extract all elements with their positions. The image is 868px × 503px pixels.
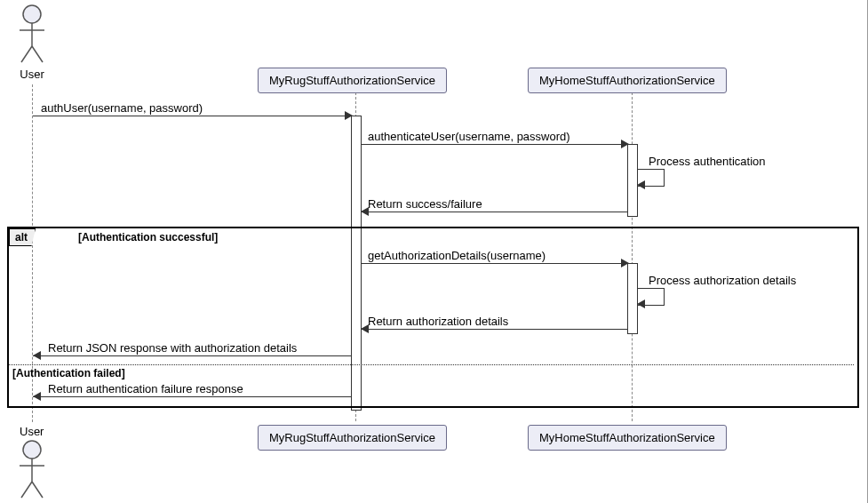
msg-process-authz-label: Process authorization details: [649, 274, 796, 287]
msg-return-sf-arrow: [361, 212, 627, 212]
msg-return-authz-arrow: [361, 329, 627, 330]
msg-authuser-arrow: [33, 116, 351, 116]
arrow-head-icon: [33, 392, 41, 401]
msg-authuser-label: authUser(username, password): [41, 101, 203, 115]
arrow-head-icon: [361, 207, 369, 216]
participant-rug-top: MyRugStuffAuthorizationService: [258, 68, 447, 93]
actor-user-top-label: User: [14, 68, 50, 81]
svg-point-0: [23, 5, 41, 23]
svg-line-3: [21, 46, 32, 62]
msg-authenticateuser-label: authenticateUser(username, password): [368, 130, 570, 143]
arrow-head-icon: [345, 111, 353, 120]
arrow-head-icon: [621, 259, 629, 267]
alt-operator-label: alt: [9, 228, 36, 246]
participant-rug-bottom: MyRugStuffAuthorizationService: [258, 425, 447, 451]
alt-divider: [9, 364, 854, 365]
msg-getauth-arrow: [361, 263, 627, 264]
svg-point-5: [23, 441, 41, 459]
actor-user-bottom-label: User: [20, 425, 44, 438]
arrow-head-icon: [33, 351, 41, 360]
actor-user-bottom: [14, 439, 50, 501]
msg-return-sf-label: Return success/failure: [368, 197, 482, 211]
svg-line-8: [21, 482, 32, 498]
arrow-head-icon: [361, 324, 369, 333]
alt-guard-failed: [Authentication failed]: [12, 367, 125, 379]
arrow-head-icon: [637, 299, 645, 308]
svg-line-4: [32, 46, 43, 62]
person-icon: [14, 439, 50, 501]
person-icon: [14, 4, 50, 66]
msg-authenticateuser-arrow: [361, 144, 627, 145]
actor-user-top: User: [14, 4, 50, 81]
svg-line-9: [32, 482, 43, 498]
alt-guard-success: [Authentication successful]: [78, 231, 218, 244]
msg-return-fail-label: Return authentication failure response: [48, 382, 243, 395]
arrow-head-icon: [621, 140, 629, 148]
msg-getauth-label: getAuthorizationDetails(username): [368, 249, 545, 262]
participant-home-top: MyHomeStuffAuthorizationService: [528, 68, 727, 93]
msg-return-fail-arrow: [33, 396, 351, 397]
msg-return-json-label: Return JSON response with authorization …: [48, 341, 297, 355]
sequence-diagram: User MyRugStuffAuthorizationService MyHo…: [0, 0, 868, 503]
arrow-head-icon: [637, 180, 645, 189]
participant-home-bottom: MyHomeStuffAuthorizationService: [528, 425, 727, 451]
msg-return-json-arrow: [33, 355, 351, 356]
msg-process-auth-label: Process authentication: [649, 155, 766, 168]
msg-return-authz-label: Return authorization details: [368, 315, 508, 328]
